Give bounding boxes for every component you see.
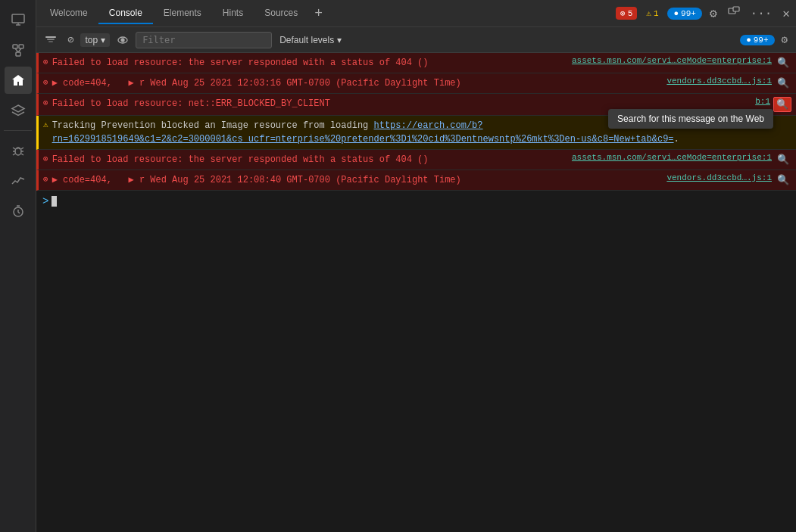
log-actions-2: 🔍 (775, 76, 791, 90)
tab-elements[interactable]: Elements (153, 3, 212, 24)
console-settings-icon[interactable]: ⚙ (778, 31, 791, 48)
log-source-5[interactable]: assets.msn.com/servi…ceMode=enterprise:1 (572, 153, 772, 162)
log-text-5: Failed to load resource: the server resp… (52, 154, 429, 165)
filter-input[interactable] (136, 32, 272, 48)
log-entry-3: ⊗ Failed to load resource: net::ERR_BLOC… (36, 94, 796, 116)
warning-icon-4: ⚠ (43, 120, 48, 129)
error-count: 5 (628, 9, 633, 18)
log-entry-5: ⊗ Failed to load resource: the server re… (36, 150, 796, 170)
search-tooltip: Search for this message on the Web (608, 109, 773, 129)
info-badge[interactable]: ● 99+ (667, 8, 701, 20)
log-text-3: Failed to load resource: net::ERR_BLOCKE… (52, 98, 330, 109)
sidebar-icon-network[interactable] (5, 36, 32, 64)
log-text-4: Tracking Prevention blocked an Image res… (52, 120, 679, 145)
search-web-btn-2[interactable]: 🔍 (775, 76, 791, 90)
error-icon-1: ⊗ (43, 57, 48, 67)
levels-label: Default levels (279, 35, 334, 45)
console-prompt[interactable]: > (36, 191, 796, 212)
search-web-btn-1[interactable]: 🔍 (775, 56, 791, 70)
context-label: top (85, 35, 98, 45)
settings-icon[interactable]: ⚙ (707, 5, 720, 23)
warning-badge[interactable]: ⚠ 1 (641, 7, 663, 20)
svg-line-10 (13, 148, 15, 149)
sidebar-divider (4, 130, 33, 131)
context-selector[interactable]: top ▾ (80, 33, 110, 47)
warning-count: 1 (654, 9, 659, 18)
error-icon: ⊗ (620, 8, 626, 18)
search-web-btn-6[interactable]: 🔍 (775, 173, 791, 187)
log-entry-2: ⊗ ▶ code=404, ▶ r Wed Aug 25 2021 12:03:… (36, 73, 796, 94)
sidebar-icon-timer[interactable] (5, 198, 32, 225)
prompt-arrow-icon: > (42, 195, 48, 207)
svg-rect-0 (12, 14, 24, 23)
svg-rect-22 (48, 41, 53, 42)
tab-add-button[interactable]: + (308, 7, 329, 20)
tab-sources[interactable]: Sources (254, 3, 308, 24)
eye-icon[interactable] (113, 32, 133, 48)
sidebar-icon-performance[interactable] (5, 167, 32, 194)
svg-rect-3 (13, 45, 17, 48)
log-source-2[interactable]: vendors.dd3ccbd….js:1 (666, 76, 772, 86)
svg-marker-8 (12, 105, 24, 112)
console-output: ⊗ Failed to load resource: the server re… (36, 53, 796, 532)
tab-bar-actions: ⊗ 5 ⚠ 1 ● 99+ ⚙ ··· ✕ (616, 4, 793, 23)
error-icon-3: ⊗ (43, 98, 48, 107)
svg-point-9 (15, 148, 21, 155)
close-icon[interactable]: ✕ (779, 5, 793, 23)
svg-line-14 (13, 154, 15, 155)
tracking-link[interactable]: https://earch.com/b?rn=1629918519649&c1=… (52, 120, 674, 145)
log-actions-1: 🔍 (775, 56, 791, 70)
devtools-panel: Welcome Console Elements Hints Sources +… (36, 0, 796, 532)
info-dot-icon: ● (746, 36, 751, 45)
log-text-6: ▶ code=404, ▶ r Wed Aug 25 2021 12:08:40… (52, 175, 461, 185)
log-actions-6: 🔍 (775, 173, 791, 187)
search-web-btn-5[interactable]: 🔍 (775, 153, 791, 166)
levels-chevron-icon: ▾ (337, 35, 342, 45)
log-source-1[interactable]: assets.msn.com/servi…ceMode=enterprise:1 (572, 56, 772, 65)
log-actions-3: 🔍 (773, 97, 791, 112)
svg-line-15 (21, 154, 23, 155)
warning-icon: ⚠ (646, 8, 651, 18)
log-entry-6: ⊗ ▶ code=404, ▶ r Wed Aug 25 2021 12:08:… (36, 170, 796, 191)
svg-rect-5 (16, 52, 20, 56)
info-icon: ● (673, 9, 679, 18)
tab-bar: Welcome Console Elements Hints Sources +… (36, 0, 796, 27)
more-icon[interactable]: ··· (748, 5, 776, 22)
error-icon-2: ⊗ (43, 77, 48, 87)
log-content-6: ▶ code=404, ▶ r Wed Aug 25 2021 12:08:40… (52, 173, 661, 187)
log-content-5: Failed to load resource: the server resp… (52, 153, 566, 166)
error-icon-5: ⊗ (43, 154, 48, 163)
svg-line-11 (21, 148, 23, 149)
info-badge-toolbar[interactable]: ● 99+ (740, 35, 774, 45)
log-actions-5: 🔍 (775, 153, 791, 166)
log-entry-1: ⊗ Failed to load resource: the server re… (36, 53, 796, 73)
svg-rect-20 (45, 36, 56, 38)
error-icon-6: ⊗ (43, 174, 48, 184)
sidebar-icon-layers[interactable] (5, 97, 32, 124)
tab-welcome[interactable]: Welcome (39, 3, 98, 24)
no-filter-btn[interactable]: ⊘ (64, 31, 77, 48)
info-count: 99+ (681, 9, 696, 18)
svg-rect-19 (733, 7, 739, 11)
log-content-1: Failed to load resource: the server resp… (52, 56, 566, 70)
sidebar-icon-monitor[interactable] (5, 6, 32, 33)
multiscreen-icon[interactable] (725, 4, 743, 23)
chevron-down-icon: ▾ (101, 35, 105, 45)
search-web-btn-3[interactable]: 🔍 (773, 97, 791, 112)
console-toolbar: ⊘ top ▾ Default levels ▾ ● 99+ ⚙ (36, 27, 796, 53)
prompt-cursor (52, 196, 57, 207)
levels-selector[interactable]: Default levels ▾ (275, 33, 346, 47)
log-source-6[interactable]: vendors.dd3ccbd….js:1 (666, 173, 772, 182)
tab-console[interactable]: Console (98, 3, 153, 24)
sidebar (0, 0, 36, 532)
sidebar-icon-home[interactable] (5, 67, 32, 94)
clear-console-btn[interactable] (41, 32, 61, 48)
info-count-toolbar: 99+ (754, 36, 769, 45)
log-text-1: Failed to load resource: the server resp… (52, 58, 429, 68)
sidebar-icon-bug[interactable] (5, 137, 32, 164)
svg-point-24 (121, 39, 124, 42)
log-text-2: ▶ code=404, ▶ r Wed Aug 25 2021 12:03:16… (52, 78, 461, 89)
log-source-3[interactable]: b:1 (755, 97, 770, 106)
error-badge[interactable]: ⊗ 5 (616, 7, 637, 20)
tab-hints[interactable]: Hints (212, 3, 254, 24)
